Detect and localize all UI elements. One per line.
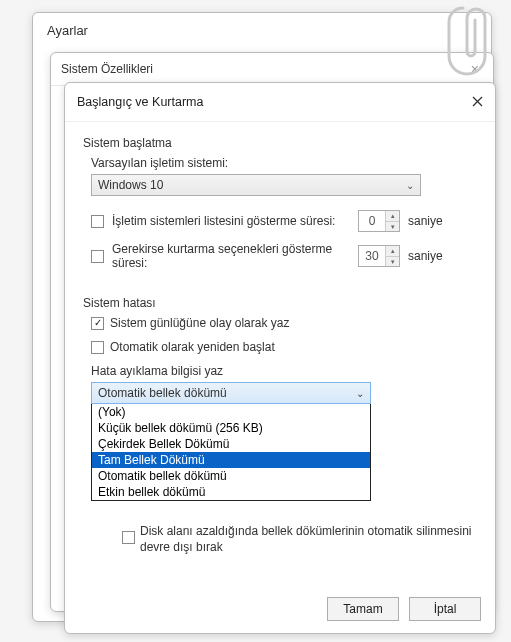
stepper-down-icon[interactable]: ▾ xyxy=(386,221,399,231)
default-os-label: Varsayılan işletim sistemi: xyxy=(91,156,477,170)
ok-button[interactable]: Tamam xyxy=(327,597,399,621)
failure-header: Sistem hatası xyxy=(83,296,477,310)
chevron-down-icon: ⌄ xyxy=(356,388,364,399)
stepper-up-icon[interactable]: ▴ xyxy=(386,211,399,221)
os-list-time-checkbox[interactable] xyxy=(91,215,104,228)
startup-header: Sistem başlatma xyxy=(83,136,477,150)
debug-dump-option[interactable]: Küçük bellek dökümü (256 KB) xyxy=(92,420,370,436)
system-properties-title: Sistem Özellikleri xyxy=(61,62,153,76)
recovery-time-stepper[interactable]: 30 ▴▾ xyxy=(358,245,400,267)
stepper-up-icon[interactable]: ▴ xyxy=(386,246,399,256)
default-os-value: Windows 10 xyxy=(98,178,163,192)
debug-dump-option[interactable]: Otomatik bellek dökümü xyxy=(92,468,370,484)
chevron-down-icon: ⌄ xyxy=(406,180,414,191)
cancel-button[interactable]: İptal xyxy=(409,597,481,621)
os-list-time-stepper[interactable]: 0 ▴▾ xyxy=(358,210,400,232)
debug-dump-option[interactable]: (Yok) xyxy=(92,404,370,420)
recovery-time-checkbox[interactable] xyxy=(91,250,104,263)
recovery-time-label: Gerekirse kurtarma seçenekleri gösterme … xyxy=(112,242,350,270)
debug-dump-option[interactable]: Etkin bellek dökümü xyxy=(92,484,370,500)
auto-restart-checkbox[interactable] xyxy=(91,341,104,354)
dialog-title: Başlangıç ve Kurtarma xyxy=(77,95,203,109)
seconds-unit: saniye xyxy=(408,214,443,228)
default-os-select[interactable]: Windows 10 ⌄ xyxy=(91,174,421,196)
debug-info-label: Hata ayıklama bilgisi yaz xyxy=(91,364,477,378)
debug-dump-selected: Otomatik bellek dökümü xyxy=(98,386,227,400)
debug-dump-dropdown[interactable]: (Yok)Küçük bellek dökümü (256 KB)Çekirde… xyxy=(91,404,371,501)
debug-dump-option[interactable]: Tam Bellek Dökümü xyxy=(92,452,370,468)
write-log-label: Sistem günlüğüne olay olarak yaz xyxy=(110,316,289,330)
os-list-time-label: İşletim sistemleri listesini gösterme sü… xyxy=(112,214,350,228)
auto-restart-label: Otomatik olarak yeniden başlat xyxy=(110,340,275,354)
debug-dump-option[interactable]: Çekirdek Bellek Dökümü xyxy=(92,436,370,452)
disable-autodelete-checkbox[interactable] xyxy=(122,531,135,544)
stepper-down-icon[interactable]: ▾ xyxy=(386,256,399,266)
write-log-checkbox[interactable] xyxy=(91,317,104,330)
settings-title: Ayarlar xyxy=(33,13,491,44)
debug-dump-select[interactable]: Otomatik bellek dökümü ⌄ xyxy=(91,382,371,404)
paperclip-icon xyxy=(445,2,499,80)
disable-autodelete-label: Disk alanı azaldığında bellek dökümlerin… xyxy=(140,523,480,555)
seconds-unit: saniye xyxy=(408,249,443,263)
close-icon[interactable] xyxy=(472,93,483,111)
